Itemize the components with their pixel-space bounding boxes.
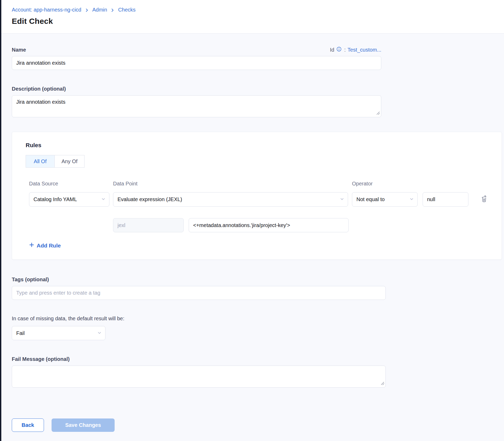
description-textarea[interactable]: Jira annotation exists bbox=[12, 95, 381, 117]
back-button[interactable]: Back bbox=[12, 418, 44, 432]
breadcrumb: Account: app-harness-ng-cicd Admin Check… bbox=[12, 7, 504, 13]
fail-message-label: Fail Message (optional) bbox=[12, 356, 504, 362]
id-separator: : bbox=[344, 47, 346, 53]
description-label: Description (optional) bbox=[12, 86, 504, 92]
edit-check-form: Name Id : Test_custom... Description (op… bbox=[0, 47, 504, 432]
default-result-value: Fail bbox=[16, 330, 25, 336]
id-value-link[interactable]: Test_custom... bbox=[348, 47, 381, 53]
rules-card: Rules All Of Any Of Data Source Catalog … bbox=[12, 132, 502, 260]
data-source-label: Data Source bbox=[29, 181, 109, 187]
chevron-down-icon bbox=[101, 196, 105, 202]
chevron-right-icon bbox=[85, 8, 89, 12]
page-title: Edit Check bbox=[12, 17, 504, 26]
all-of-toggle[interactable]: All Of bbox=[26, 155, 54, 168]
rule-value-input[interactable] bbox=[423, 192, 468, 207]
check-id: Id : Test_custom... bbox=[330, 47, 381, 53]
rule-row: Data Source Catalog Info YAML Data Point… bbox=[29, 181, 502, 249]
info-icon[interactable] bbox=[336, 46, 342, 52]
data-source-select[interactable]: Catalog Info YAML bbox=[29, 192, 109, 207]
add-rule-label: Add Rule bbox=[37, 242, 61, 249]
data-point-select[interactable]: Evaluate expression (JEXL) bbox=[113, 192, 348, 207]
id-label: Id bbox=[330, 47, 334, 53]
name-label: Name bbox=[12, 47, 26, 53]
operator-value: Not equal to bbox=[356, 196, 385, 202]
any-of-toggle[interactable]: Any Of bbox=[54, 155, 85, 168]
data-point-value: Evaluate expression (JEXL) bbox=[117, 196, 182, 202]
save-changes-button[interactable]: Save Changes bbox=[52, 418, 115, 432]
chevron-down-icon bbox=[410, 196, 414, 202]
add-rule-button[interactable]: Add Rule bbox=[29, 242, 61, 249]
operator-label: Operator bbox=[352, 181, 418, 187]
tags-input[interactable] bbox=[12, 286, 386, 300]
breadcrumb-admin-link[interactable]: Admin bbox=[92, 7, 107, 13]
chevron-right-icon bbox=[110, 8, 115, 12]
jexl-input[interactable] bbox=[113, 218, 184, 232]
delete-rule-button[interactable] bbox=[480, 195, 488, 203]
left-edge-strip bbox=[0, 0, 1, 441]
rules-heading: Rules bbox=[26, 142, 502, 149]
chevron-down-icon bbox=[97, 330, 102, 336]
default-result-select[interactable]: Fail bbox=[12, 326, 105, 340]
tags-label: Tags (optional) bbox=[12, 277, 504, 283]
missing-data-label: In case of missing data, the default res… bbox=[12, 316, 504, 322]
breadcrumb-account-link[interactable]: Account: app-harness-ng-cicd bbox=[12, 7, 81, 13]
name-input[interactable] bbox=[12, 56, 381, 70]
data-point-label: Data Point bbox=[113, 181, 348, 187]
expression-input[interactable] bbox=[189, 218, 349, 232]
fail-message-textarea[interactable] bbox=[12, 366, 386, 388]
match-mode-toggle: All Of Any Of bbox=[26, 155, 85, 168]
breadcrumb-checks-link[interactable]: Checks bbox=[118, 7, 136, 13]
chevron-down-icon bbox=[340, 196, 344, 202]
data-source-value: Catalog Info YAML bbox=[33, 196, 77, 202]
operator-select[interactable]: Not equal to bbox=[352, 192, 418, 207]
trash-icon bbox=[480, 195, 488, 203]
page-header: Account: app-harness-ng-cicd Admin Check… bbox=[0, 0, 504, 34]
plus-icon bbox=[29, 242, 34, 249]
